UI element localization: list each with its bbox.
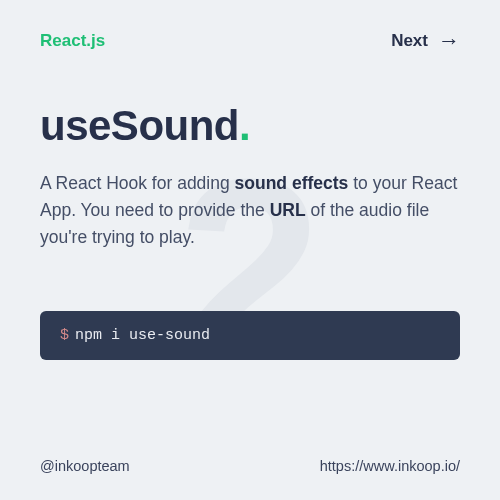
title-text: useSound	[40, 102, 239, 149]
footer-url: https://www.inkoop.io/	[320, 458, 460, 474]
footer: @inkoopteam https://www.inkoop.io/	[40, 458, 460, 474]
terminal-prompt: $	[60, 327, 69, 344]
arrow-right-icon: →	[438, 30, 460, 52]
brand-label: React.js	[40, 31, 105, 51]
page-title: useSound.	[40, 102, 460, 150]
description: A React Hook for adding sound effects to…	[40, 170, 460, 251]
next-button[interactable]: Next →	[391, 30, 460, 52]
header: React.js Next →	[0, 0, 500, 52]
desc-part1: A React Hook for adding	[40, 173, 235, 193]
desc-bold1: sound effects	[235, 173, 349, 193]
next-label: Next	[391, 31, 428, 51]
title-dot: .	[239, 102, 250, 149]
main-content: useSound. A React Hook for adding sound …	[0, 52, 500, 360]
footer-handle: @inkoopteam	[40, 458, 130, 474]
terminal-command: npm i use-sound	[75, 327, 210, 344]
desc-bold2: URL	[270, 200, 306, 220]
terminal-block: $npm i use-sound	[40, 311, 460, 360]
